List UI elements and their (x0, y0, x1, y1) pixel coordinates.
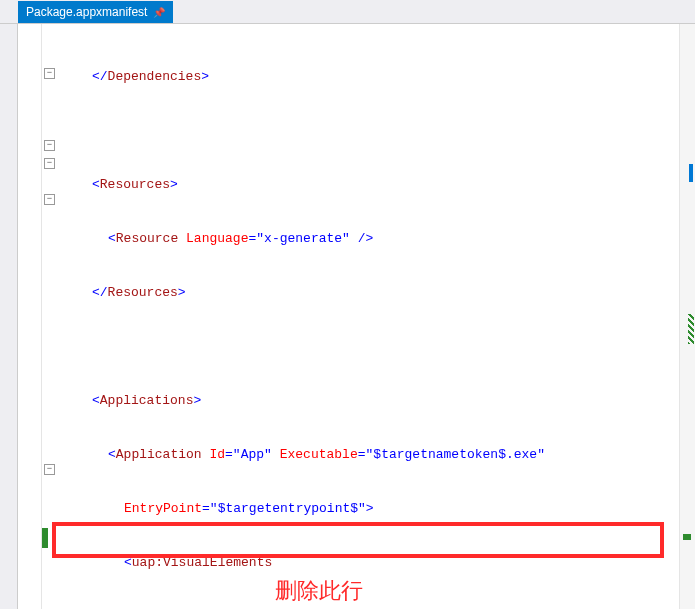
fold-toggle[interactable]: − (44, 464, 55, 475)
code-area[interactable]: </Dependencies> <Resources> <Resource La… (60, 24, 679, 609)
outline-gutter[interactable]: − − − − − (42, 24, 60, 609)
overview-ruler[interactable] (679, 24, 695, 609)
tab-filename: Package.appxmanifest (26, 5, 147, 19)
annotation-text: 删除此行 (275, 576, 363, 606)
fold-toggle[interactable]: − (44, 158, 55, 169)
left-margin (0, 24, 18, 609)
fold-toggle[interactable]: − (44, 194, 55, 205)
fold-toggle[interactable]: − (44, 68, 55, 79)
tab-bar: Package.appxmanifest 📌 (0, 0, 695, 24)
scroll-marker (683, 534, 691, 540)
fold-toggle[interactable]: − (44, 140, 55, 151)
scroll-marker (688, 314, 694, 344)
scroll-marker (689, 164, 693, 182)
file-tab[interactable]: Package.appxmanifest 📌 (18, 1, 173, 23)
change-indicator (42, 528, 48, 548)
breakpoint-gutter[interactable] (18, 24, 42, 609)
pin-icon[interactable]: 📌 (153, 7, 165, 18)
editor: − − − − − </Dependencies> <Resources> <R… (0, 24, 695, 609)
